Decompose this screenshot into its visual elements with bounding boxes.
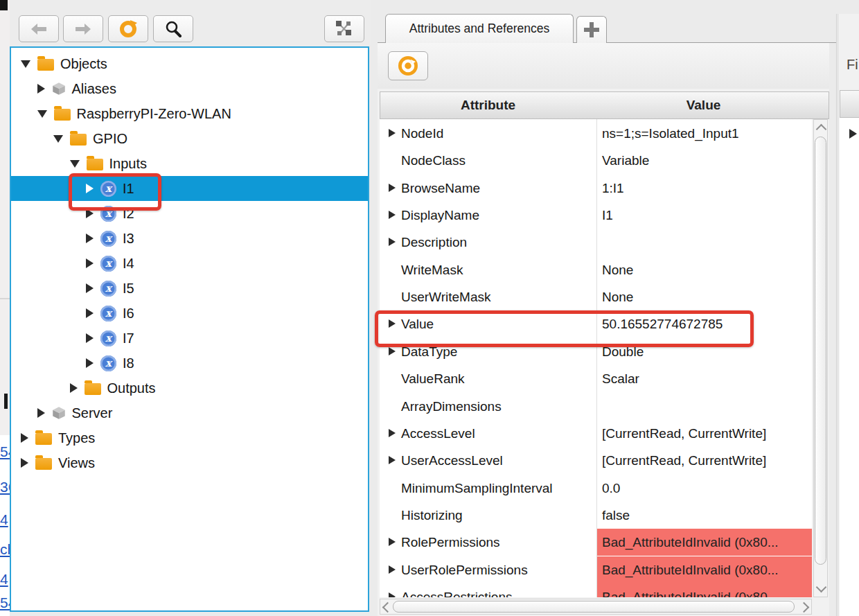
expander-icon[interactable] <box>70 383 78 393</box>
attr-row-datatype[interactable]: DataTypeDouble <box>380 338 812 365</box>
expander-icon[interactable] <box>389 347 396 355</box>
attr-row-minimumsamplinginterval[interactable]: MinimumSamplingInterval0.0 <box>380 475 812 502</box>
attr-row-accessrestrictions[interactable]: AccessRestrictionsBad_AttributeIdInvalid… <box>380 583 812 597</box>
tab-attributes-and-references[interactable]: Attributes and References <box>385 14 574 43</box>
attribute-value: 1:I1 <box>597 175 812 202</box>
tree-item-label: Server <box>72 405 113 421</box>
expander-icon[interactable] <box>86 234 94 243</box>
attributes-table[interactable]: NodeIdns=1;s=Isolated_Input1NodeClassVar… <box>380 119 812 597</box>
attribute-value: false <box>597 502 812 529</box>
folder-icon <box>85 383 101 395</box>
scroll-left-icon[interactable] <box>382 602 393 613</box>
expander-icon[interactable] <box>37 84 45 94</box>
tree-item-server[interactable]: Server <box>11 401 369 425</box>
attr-row-writemask[interactable]: WriteMaskNone <box>380 256 812 283</box>
attr-row-rolepermissions[interactable]: RolePermissionsBad_AttributeIdInvalid (0… <box>380 529 812 556</box>
attr-row-nodeid[interactable]: NodeIdns=1;s=Isolated_Input1 <box>380 120 812 147</box>
attr-row-useraccesslevel[interactable]: UserAccessLevel[CurrentRead, CurrentWrit… <box>380 447 812 474</box>
attr-row-browsename[interactable]: BrowseName1:I1 <box>380 175 812 202</box>
search-button[interactable] <box>153 15 193 42</box>
tree-item-objects[interactable]: Objects <box>11 51 369 76</box>
add-tab-button[interactable] <box>576 16 607 43</box>
expander-icon[interactable] <box>86 358 94 368</box>
variable-icon: x <box>100 181 116 197</box>
horizontal-scrollbar[interactable] <box>380 599 812 615</box>
attr-row-description[interactable]: Description <box>380 229 812 256</box>
expander-icon[interactable] <box>21 60 30 68</box>
attr-row-userrolepermissions[interactable]: UserRolePermissionsBad_AttributeIdInvali… <box>380 556 812 583</box>
attribute-name: ArrayDimensions <box>401 393 502 420</box>
tree-item-views[interactable]: Views <box>11 450 369 475</box>
column-header-attribute[interactable]: Attribute <box>380 91 596 119</box>
tree-item-i7[interactable]: xI7 <box>11 326 369 351</box>
tree-item-aliases[interactable]: Aliases <box>11 76 369 101</box>
vertical-scrollbar-thumb[interactable] <box>815 137 826 565</box>
attr-row-arraydimensions[interactable]: ArrayDimensions <box>380 393 812 420</box>
expander-icon[interactable] <box>86 258 94 268</box>
tree-item-raspberrypi-zero-wlan[interactable]: RaspberryPI-Zero-WLAN <box>11 101 369 126</box>
expander-icon[interactable] <box>389 538 396 546</box>
folder-icon <box>54 109 71 121</box>
scroll-down-icon[interactable] <box>816 582 827 593</box>
tree-item-inputs[interactable]: Inputs <box>11 151 369 176</box>
tree-item-i1[interactable]: xI1 <box>11 176 369 201</box>
node-graph-icon <box>335 20 353 38</box>
tree-item-gpio[interactable]: GPIO <box>11 126 369 151</box>
vertical-scrollbar[interactable] <box>813 119 828 597</box>
expander-icon[interactable] <box>86 333 94 343</box>
tree-item-types[interactable]: Types <box>11 425 369 450</box>
attr-row-displayname[interactable]: DisplayNameI1 <box>380 202 812 229</box>
address-space-toolbar <box>10 0 371 46</box>
scroll-right-icon[interactable] <box>799 602 810 613</box>
expander-icon[interactable] <box>389 211 396 219</box>
tree-item-i8[interactable]: xI8 <box>11 351 369 376</box>
expander-icon[interactable] <box>37 110 47 118</box>
attr-row-accesslevel[interactable]: AccessLevel[CurrentRead, CurrentWrite] <box>380 420 812 447</box>
tree-item-i4[interactable]: xI4 <box>11 251 369 276</box>
attribute-value: Bad_AttributeIdInvalid (0x80... <box>597 529 812 556</box>
expander-icon[interactable] <box>389 565 396 574</box>
refresh-button[interactable] <box>108 15 148 42</box>
expander-icon[interactable] <box>86 209 94 218</box>
attr-row-value[interactable]: Value50.16552774672785 <box>380 310 812 337</box>
expander-icon[interactable] <box>21 433 28 443</box>
expander-icon[interactable] <box>389 592 396 597</box>
expander-icon[interactable] <box>389 319 396 328</box>
expander-icon[interactable] <box>21 458 28 468</box>
expander-icon[interactable] <box>389 456 396 464</box>
attribute-name: BrowseName <box>401 175 480 202</box>
expander-icon[interactable] <box>389 184 396 192</box>
attributes-refresh-button[interactable] <box>388 51 428 80</box>
search-icon <box>164 20 182 38</box>
tree-item-outputs[interactable]: Outputs <box>11 376 369 401</box>
folder-icon <box>35 433 52 445</box>
forward-button[interactable] <box>63 15 103 42</box>
expander-icon[interactable] <box>86 283 94 293</box>
expander-icon[interactable] <box>53 135 63 143</box>
tree-item-i6[interactable]: xI6 <box>11 301 369 326</box>
tree-item-i3[interactable]: xI3 <box>11 226 369 251</box>
expander-icon[interactable] <box>849 129 857 139</box>
tree-item-i2[interactable]: xI2 <box>11 201 369 226</box>
expander-icon[interactable] <box>86 308 94 318</box>
horizontal-scrollbar-thumb[interactable] <box>393 601 795 613</box>
attr-row-valuerank[interactable]: ValueRankScalar <box>380 365 812 392</box>
scroll-up-icon[interactable] <box>816 124 827 135</box>
tree-item-i5[interactable]: xI5 <box>11 276 369 301</box>
attr-row-userwritemask[interactable]: UserWriteMaskNone <box>380 283 812 310</box>
expander-icon[interactable] <box>389 129 396 137</box>
attr-row-nodeclass[interactable]: NodeClassVariable <box>380 147 812 174</box>
back-button[interactable] <box>19 15 59 42</box>
expander-icon[interactable] <box>37 408 45 418</box>
tree-item-label: Objects <box>60 56 107 72</box>
column-header-value[interactable]: Value <box>596 91 812 119</box>
expander-icon[interactable] <box>70 160 80 168</box>
expander-icon[interactable] <box>86 184 94 193</box>
expander-icon[interactable] <box>389 429 396 437</box>
expander-icon[interactable] <box>389 238 396 246</box>
tree-item-label: Inputs <box>109 156 147 172</box>
highlight-mode-button[interactable] <box>324 15 364 42</box>
address-space-tree[interactable]: ObjectsAliasesRaspberryPI-Zero-WLANGPIOI… <box>10 46 369 612</box>
attr-row-historizing[interactable]: Historizingfalse <box>380 502 812 529</box>
variable-icon: x <box>100 306 116 322</box>
